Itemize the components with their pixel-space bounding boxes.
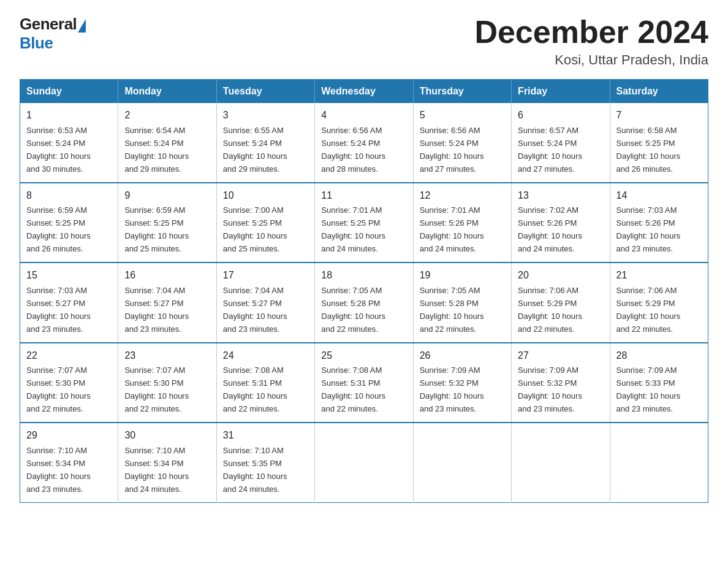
logo-triangle-icon [78,19,86,33]
day-number: 31 [223,428,308,443]
cal-cell-w5-d4 [315,423,413,502]
cal-cell-w1-d7: 7 Sunrise: 6:58 AMSunset: 5:25 PMDayligh… [610,103,708,182]
day-number: 1 [26,108,112,123]
day-info: Sunrise: 7:10 AMSunset: 5:34 PMDaylight:… [124,446,189,494]
cal-cell-w5-d6 [512,423,610,502]
day-number: 15 [26,268,112,283]
calendar-header-row: Sunday Monday Tuesday Wednesday Thursday… [20,80,708,104]
day-info: Sunrise: 7:08 AMSunset: 5:31 PMDaylight:… [223,366,287,413]
day-number: 25 [321,348,406,364]
col-thursday: Thursday [413,80,511,104]
day-info: Sunrise: 6:59 AMSunset: 5:25 PMDaylight:… [124,205,189,253]
day-info: Sunrise: 6:56 AMSunset: 5:24 PMDaylight:… [420,126,484,174]
day-number: 24 [223,348,308,364]
day-info: Sunrise: 7:02 AMSunset: 5:26 PMDaylight:… [518,205,582,253]
day-info: Sunrise: 7:04 AMSunset: 5:27 PMDaylight:… [223,286,287,334]
cal-cell-w5-d7 [610,423,708,502]
cal-cell-w3-d3: 17 Sunrise: 7:04 AMSunset: 5:27 PMDaylig… [216,262,314,342]
logo-general-text: General [20,15,77,34]
cal-cell-w3-d6: 20 Sunrise: 7:06 AMSunset: 5:29 PMDaylig… [512,262,610,342]
cal-cell-w5-d2: 30 Sunrise: 7:10 AMSunset: 5:34 PMDaylig… [118,423,216,502]
day-number: 30 [124,428,210,443]
title-section: December 2024 Kosi, Uttar Pradesh, India [474,15,708,68]
week-row-1: 1 Sunrise: 6:53 AMSunset: 5:24 PMDayligh… [20,103,708,182]
day-info: Sunrise: 7:01 AMSunset: 5:25 PMDaylight:… [321,205,385,253]
calendar-subtitle: Kosi, Uttar Pradesh, India [474,52,708,68]
day-info: Sunrise: 7:07 AMSunset: 5:30 PMDaylight:… [26,366,91,413]
cal-cell-w4-d7: 28 Sunrise: 7:09 AMSunset: 5:33 PMDaylig… [610,343,708,423]
day-number: 4 [321,108,406,123]
day-number: 13 [518,188,603,204]
day-number: 11 [321,188,406,204]
day-info: Sunrise: 7:01 AMSunset: 5:26 PMDaylight:… [420,205,484,253]
cal-cell-w1-d2: 2 Sunrise: 6:54 AMSunset: 5:24 PMDayligh… [118,103,216,182]
cal-cell-w4-d3: 24 Sunrise: 7:08 AMSunset: 5:31 PMDaylig… [216,343,314,423]
day-info: Sunrise: 6:59 AMSunset: 5:25 PMDaylight:… [26,205,91,253]
day-info: Sunrise: 7:09 AMSunset: 5:32 PMDaylight:… [420,366,484,413]
day-number: 8 [26,188,112,204]
cal-cell-w1-d5: 5 Sunrise: 6:56 AMSunset: 5:24 PMDayligh… [413,103,511,182]
logo: General Blue [20,15,86,53]
page: General Blue December 2024 Kosi, Uttar P… [0,0,728,518]
day-info: Sunrise: 7:08 AMSunset: 5:31 PMDaylight:… [321,366,385,413]
day-number: 20 [518,268,603,283]
header: General Blue December 2024 Kosi, Uttar P… [20,15,708,68]
day-info: Sunrise: 7:05 AMSunset: 5:28 PMDaylight:… [321,286,385,334]
day-info: Sunrise: 6:58 AMSunset: 5:25 PMDaylight:… [616,126,681,174]
cal-cell-w4-d5: 26 Sunrise: 7:09 AMSunset: 5:32 PMDaylig… [413,343,511,423]
day-number: 10 [223,188,308,204]
day-number: 28 [616,348,702,364]
day-number: 6 [518,108,603,123]
day-number: 5 [420,108,505,123]
cal-cell-w3-d2: 16 Sunrise: 7:04 AMSunset: 5:27 PMDaylig… [118,262,216,342]
day-number: 16 [124,268,210,283]
day-info: Sunrise: 7:06 AMSunset: 5:29 PMDaylight:… [518,286,582,334]
cal-cell-w5-d5 [413,423,511,502]
week-row-4: 22 Sunrise: 7:07 AMSunset: 5:30 PMDaylig… [20,343,708,423]
day-number: 12 [420,188,505,204]
cal-cell-w2-d6: 13 Sunrise: 7:02 AMSunset: 5:26 PMDaylig… [512,183,610,262]
day-number: 17 [223,268,308,283]
day-number: 2 [124,108,210,123]
day-number: 23 [124,348,210,364]
day-number: 7 [616,108,702,123]
cal-cell-w2-d2: 9 Sunrise: 6:59 AMSunset: 5:25 PMDayligh… [118,183,216,262]
cal-cell-w4-d6: 27 Sunrise: 7:09 AMSunset: 5:32 PMDaylig… [512,343,610,423]
cal-cell-w1-d4: 4 Sunrise: 6:56 AMSunset: 5:24 PMDayligh… [315,103,413,182]
day-number: 3 [223,108,308,123]
logo-text: General [20,15,86,34]
day-number: 21 [616,268,702,283]
col-wednesday: Wednesday [315,80,413,104]
cal-cell-w2-d7: 14 Sunrise: 7:03 AMSunset: 5:26 PMDaylig… [610,183,708,262]
week-row-3: 15 Sunrise: 7:03 AMSunset: 5:27 PMDaylig… [20,262,708,342]
cal-cell-w4-d4: 25 Sunrise: 7:08 AMSunset: 5:31 PMDaylig… [315,343,413,423]
day-info: Sunrise: 6:57 AMSunset: 5:24 PMDaylight:… [518,126,582,174]
col-saturday: Saturday [610,80,708,104]
day-number: 9 [124,188,210,204]
cal-cell-w3-d1: 15 Sunrise: 7:03 AMSunset: 5:27 PMDaylig… [20,262,118,342]
cal-cell-w3-d7: 21 Sunrise: 7:06 AMSunset: 5:29 PMDaylig… [610,262,708,342]
day-number: 18 [321,268,406,283]
day-info: Sunrise: 7:04 AMSunset: 5:27 PMDaylight:… [124,286,189,334]
day-info: Sunrise: 7:09 AMSunset: 5:33 PMDaylight:… [616,366,681,413]
cal-cell-w1-d3: 3 Sunrise: 6:55 AMSunset: 5:24 PMDayligh… [216,103,314,182]
day-info: Sunrise: 7:10 AMSunset: 5:34 PMDaylight:… [26,446,91,494]
day-info: Sunrise: 6:56 AMSunset: 5:24 PMDaylight:… [321,126,385,174]
day-info: Sunrise: 7:03 AMSunset: 5:26 PMDaylight:… [616,205,681,253]
day-info: Sunrise: 7:00 AMSunset: 5:25 PMDaylight:… [223,205,287,253]
cal-cell-w4-d1: 22 Sunrise: 7:07 AMSunset: 5:30 PMDaylig… [20,343,118,423]
cal-cell-w5-d3: 31 Sunrise: 7:10 AMSunset: 5:35 PMDaylig… [216,423,314,502]
col-friday: Friday [512,80,610,104]
col-tuesday: Tuesday [216,80,314,104]
day-info: Sunrise: 7:10 AMSunset: 5:35 PMDaylight:… [223,446,287,494]
day-number: 27 [518,348,603,364]
day-number: 19 [420,268,505,283]
calendar-title: December 2024 [474,15,708,50]
day-info: Sunrise: 7:07 AMSunset: 5:30 PMDaylight:… [124,366,189,413]
day-info: Sunrise: 7:03 AMSunset: 5:27 PMDaylight:… [26,286,91,334]
cal-cell-w1-d1: 1 Sunrise: 6:53 AMSunset: 5:24 PMDayligh… [20,103,118,182]
day-number: 22 [26,348,112,364]
cal-cell-w5-d1: 29 Sunrise: 7:10 AMSunset: 5:34 PMDaylig… [20,423,118,502]
col-monday: Monday [118,80,216,104]
calendar-table: Sunday Monday Tuesday Wednesday Thursday… [20,79,708,502]
